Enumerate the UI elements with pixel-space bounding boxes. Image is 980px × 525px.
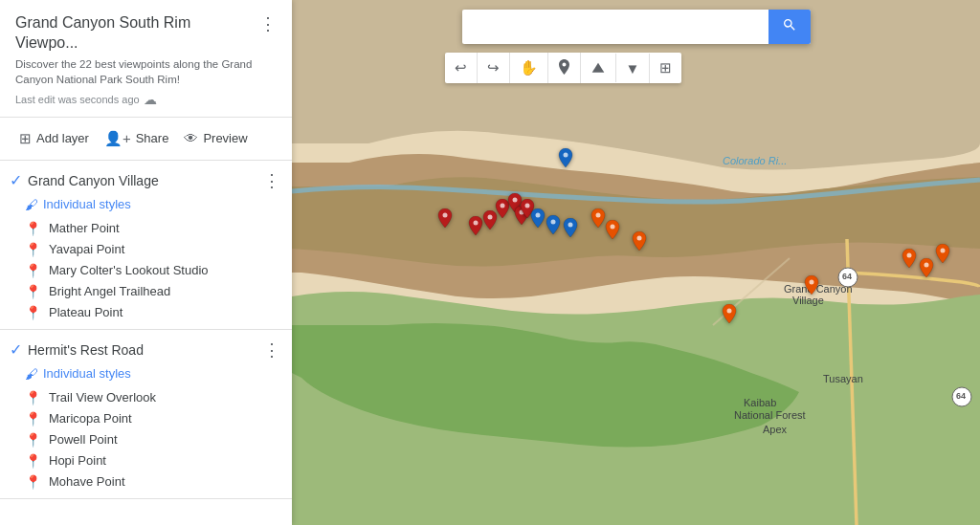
search-icon — [782, 17, 797, 33]
share-icon: 👤+ — [104, 130, 131, 147]
marker-button[interactable] — [548, 53, 581, 83]
map-pin[interactable] — [918, 258, 935, 287]
shape-icon — [590, 60, 606, 76]
map-area[interactable]: Colorado Ri... Grand Canyon Village 64 6… — [292, 0, 980, 525]
pin-icon: 📍 — [25, 242, 41, 257]
preview-button[interactable]: 👁 Preview — [176, 125, 255, 151]
pin-icon: 📍 — [25, 305, 41, 320]
location-name: Hopi Point — [49, 453, 106, 468]
list-item[interactable]: 📍 Yavapai Point — [0, 239, 292, 260]
pin-icon: 📍 — [25, 432, 41, 448]
svg-point-19 — [727, 309, 732, 314]
pan-button[interactable]: ✋ — [510, 53, 548, 83]
search-input[interactable] — [462, 11, 768, 42]
location-name: Mohave Point — [49, 474, 125, 489]
undo-button[interactable]: ↩ — [445, 53, 478, 83]
map-pin[interactable] — [557, 148, 574, 177]
list-item[interactable]: 📍 Trail View Overlook — [0, 387, 292, 408]
sidebar-menu-button[interactable]: ⋮ — [256, 13, 280, 34]
layer-menu-button-1[interactable]: ⋮ — [259, 170, 284, 191]
map-pin[interactable] — [934, 244, 951, 273]
layer-menu-button-2[interactable]: ⋮ — [259, 339, 284, 361]
individual-styles-link-2[interactable]: Individual styles — [43, 366, 131, 381]
pin-icon: 📍 — [25, 263, 41, 278]
svg-point-13 — [536, 213, 541, 218]
add-layer-button[interactable]: ⊞ Add layer — [11, 125, 97, 152]
sidebar-edit-time: Last edit was seconds ago ☁ — [15, 92, 280, 107]
map-pin[interactable] — [545, 215, 562, 244]
location-name: Powell Point — [49, 432, 118, 447]
eye-icon: 👁 — [184, 130, 198, 146]
grid-button[interactable]: ⊞ — [650, 53, 681, 83]
sidebar-header: Grand Canyon South Rim Viewpo... ⋮ Disco… — [0, 0, 292, 118]
sidebar-actions: ⊞ Add layer 👤+ Share 👁 Preview — [0, 118, 292, 161]
search-button[interactable] — [768, 10, 811, 44]
layer-header-1: ✓ Grand Canyon Village ⋮ — [0, 170, 292, 191]
shape-button[interactable] — [581, 54, 616, 82]
list-item[interactable]: 📍 Powell Point — [0, 429, 292, 450]
list-item[interactable]: 📍 Mary Colter's Lookout Studio — [0, 260, 292, 281]
list-item[interactable]: 📍 Maricopa Point — [0, 408, 292, 429]
map-pin[interactable] — [631, 231, 648, 260]
pin-icon: 📍 — [25, 453, 41, 469]
individual-styles-row-1: 🖌 Individual styles — [0, 195, 292, 218]
map-pin[interactable] — [562, 218, 579, 247]
layers-icon: ⊞ — [19, 130, 32, 147]
map-pin[interactable] — [604, 220, 621, 249]
layer-title-group-1: ✓ Grand Canyon Village — [10, 171, 159, 189]
layer-name-2: Hermit's Rest Road — [28, 342, 144, 358]
map-pin[interactable] — [803, 275, 820, 304]
sidebar: Grand Canyon South Rim Viewpo... ⋮ Disco… — [0, 0, 292, 525]
redo-button[interactable]: ↪ — [478, 53, 510, 83]
marker-icon — [558, 59, 570, 77]
svg-point-10 — [513, 198, 518, 203]
svg-point-20 — [810, 280, 814, 285]
svg-point-9 — [501, 204, 505, 208]
location-name: Mary Colter's Lookout Studio — [49, 263, 209, 277]
style-icon-1: 🖌 — [25, 197, 38, 212]
search-bar — [462, 10, 811, 44]
pin-icon: 📍 — [25, 390, 41, 405]
style-icon-2: 🖌 — [25, 366, 38, 382]
cloud-icon: ☁ — [144, 92, 157, 107]
location-name: Maricopa Point — [49, 411, 132, 426]
svg-point-21 — [907, 253, 912, 258]
svg-point-15 — [568, 223, 573, 228]
svg-point-22 — [924, 263, 929, 268]
svg-point-6 — [443, 213, 448, 218]
svg-point-14 — [551, 220, 556, 225]
svg-point-18 — [611, 225, 615, 230]
list-item[interactable]: 📍 Plateau Point — [0, 302, 292, 323]
map-tools: ↩ ↪ ✋ ▼ ⊞ — [445, 53, 682, 83]
list-item[interactable]: 📍 Bright Angel Trailhead — [0, 281, 292, 302]
location-name: Yavapai Point — [49, 242, 124, 256]
individual-styles-link-1[interactable]: Individual styles — [43, 197, 131, 211]
svg-point-7 — [474, 221, 479, 226]
pin-icon: 📍 — [25, 221, 41, 236]
sidebar-title-row: Grand Canyon South Rim Viewpo... ⋮ — [15, 13, 280, 54]
pin-icon: 📍 — [25, 411, 41, 427]
location-name: Bright Angel Trailhead — [49, 284, 170, 298]
check-icon-2: ✓ — [10, 340, 22, 359]
list-item[interactable]: 📍 Mohave Point — [0, 471, 292, 492]
pin-icon: 📍 — [25, 474, 41, 490]
filter-button[interactable]: ▼ — [616, 54, 651, 83]
map-pin[interactable] — [436, 208, 454, 237]
list-item[interactable]: 📍 Hopi Point — [0, 450, 292, 471]
sidebar-description: Discover the 22 best viewpoints along th… — [15, 56, 280, 87]
layer-hermits-rest-road: ✓ Hermit's Rest Road ⋮ 🖌 Individual styl… — [0, 330, 292, 499]
map-pin[interactable] — [901, 249, 918, 277]
share-button[interactable]: 👤+ Share — [97, 125, 176, 152]
map-pin[interactable] — [721, 304, 738, 333]
list-item[interactable]: 📍 Mather Point — [0, 218, 292, 239]
location-name: Plateau Point — [49, 305, 122, 319]
svg-point-23 — [941, 249, 946, 253]
individual-styles-row-2: 🖌 Individual styles — [0, 364, 292, 387]
layer-grand-canyon-village: ✓ Grand Canyon Village ⋮ 🖌 Individual st… — [0, 161, 292, 330]
svg-point-4 — [952, 387, 971, 406]
check-icon-1: ✓ — [10, 171, 22, 189]
pin-icon: 📍 — [25, 284, 41, 299]
location-name: Mather Point — [49, 221, 120, 235]
svg-point-12 — [525, 204, 530, 208]
sidebar-title: Grand Canyon South Rim Viewpo... — [15, 13, 256, 54]
